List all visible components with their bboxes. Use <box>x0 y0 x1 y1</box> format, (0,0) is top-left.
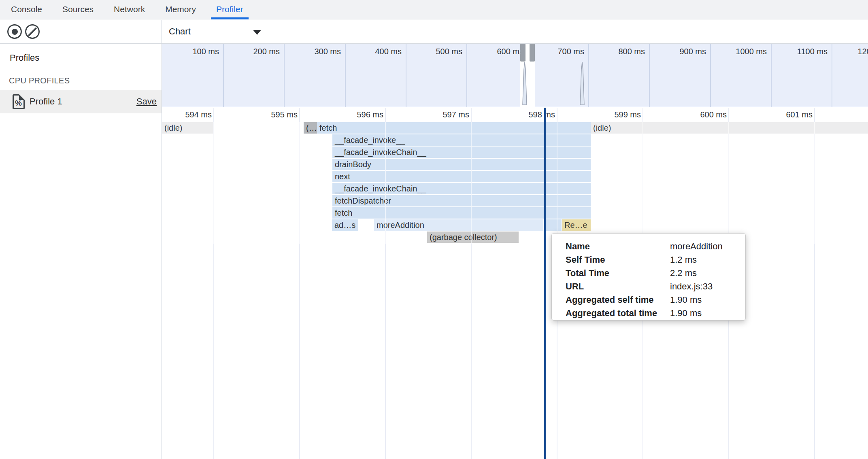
tooltip-value: moreAddition <box>670 240 723 253</box>
clear-icon[interactable] <box>25 24 40 39</box>
chevron-down-icon[interactable] <box>253 30 261 35</box>
flame-bar-idle[interactable]: (idle) <box>591 122 868 134</box>
profile-document-icon <box>13 94 25 109</box>
tooltip-row: Aggregated self time1.90 ms <box>552 293 745 306</box>
tooltip-row: NamemoreAddition <box>552 240 745 253</box>
selection-handle-left[interactable] <box>520 44 525 62</box>
cpu-activity-spike <box>521 62 528 107</box>
tab-console[interactable]: Console <box>6 0 47 19</box>
view-mode-select[interactable]: Chart <box>169 20 191 43</box>
profiler-view-toolbar: Chart <box>162 20 868 44</box>
profiler-panel: ConsoleSourcesNetworkMemoryProfiler Char… <box>0 0 868 459</box>
tooltip-value: 2.2 ms <box>670 266 697 280</box>
devtools-tab-bar: ConsoleSourcesNetworkMemoryProfiler <box>0 0 868 19</box>
flame-bar-frame[interactable] <box>546 219 562 231</box>
flame-bar-idle[interactable]: (idle) <box>162 122 213 134</box>
flame-bar-facadeinvokechain[interactable]: __facade_invokeChain__ <box>332 147 591 158</box>
flame-bar-fetch[interactable]: fetch <box>332 207 591 219</box>
flame-bar-fetchdispatcher[interactable]: fetchDispatcher <box>332 195 591 206</box>
detail-gridline-overlay <box>642 122 643 244</box>
profile-name: Profile 1 <box>30 90 62 113</box>
record-icon[interactable] <box>7 24 22 39</box>
detail-gridline-overlay <box>728 122 729 244</box>
ruler-tick-label: 595 ms <box>215 110 298 119</box>
flame-bar-facadeinvokechain[interactable]: __facade_invokeChain__ <box>332 183 591 194</box>
flame-chart-pane: 100 ms200 ms300 ms400 ms500 ms600 ms700 … <box>162 44 868 459</box>
ruler-tick-label: 601 ms <box>730 110 813 119</box>
ruler-tick-label: 594 ms <box>162 110 212 119</box>
tooltip-label: URL <box>566 280 584 293</box>
frame-tooltip: NamemoreAdditionSelf Time1.2 msTotal Tim… <box>551 233 746 321</box>
flame-bar-fetch[interactable]: fetch <box>317 122 591 134</box>
detail-gridline-overlay <box>385 122 386 244</box>
flame-bar-drainbody[interactable]: drainBody <box>332 159 591 170</box>
tooltip-label: Name <box>566 240 590 253</box>
profiler-sidebar-toolbar <box>0 20 162 44</box>
profiles-title: Profiles <box>10 53 39 63</box>
tooltip-value: index.js:33 <box>670 280 713 293</box>
ruler-tick-label: 596 ms <box>300 110 383 119</box>
flame-bar-moreaddition[interactable]: moreAddition <box>374 219 543 231</box>
tooltip-value: 1.90 ms <box>670 306 702 320</box>
overview-tick-label: 1200 ms <box>806 47 868 56</box>
ruler-tick-label: 599 ms <box>558 110 641 119</box>
save-profile-link[interactable]: Save <box>136 90 157 113</box>
tooltip-value: 1.90 ms <box>670 293 702 306</box>
tooltip-value: 1.2 ms <box>670 253 697 266</box>
tooltip-label: Aggregated self time <box>566 293 654 306</box>
tab-network[interactable]: Network <box>108 0 150 19</box>
selection-handle-right[interactable] <box>530 44 535 62</box>
flame-bar-next[interactable]: next <box>332 171 591 182</box>
detail-gridline-overlay <box>814 122 815 244</box>
detail-gridline-overlay <box>471 122 472 244</box>
cpu-profiles-section-title: CPU PROFILES <box>9 76 70 85</box>
tooltip-label: Total Time <box>566 266 609 280</box>
detail-gridline-overlay <box>213 122 214 244</box>
playhead-line[interactable] <box>544 108 546 459</box>
flame-bar-frame[interactable]: (… <box>304 122 317 134</box>
tab-memory[interactable]: Memory <box>160 0 201 19</box>
tab-profiler[interactable]: Profiler <box>211 0 249 19</box>
cpu-activity-spike <box>579 62 585 107</box>
tooltip-row: Aggregated total time1.90 ms <box>552 306 745 320</box>
flame-bar-ads[interactable]: ad…s <box>332 219 358 231</box>
tooltip-row: URLindex.js:33 <box>552 280 745 293</box>
profiles-sidebar: Profiles CPU PROFILES Profile 1 Save <box>0 44 162 459</box>
tab-sources[interactable]: Sources <box>57 0 99 19</box>
flame-bar-ree[interactable]: Re…e <box>562 219 591 231</box>
flame-bar-garbagecollector[interactable]: (garbage collector) <box>427 232 519 243</box>
tooltip-row: Total Time2.2 ms <box>552 266 745 280</box>
ruler-tick-label: 597 ms <box>386 110 469 119</box>
tooltip-label: Self Time <box>566 253 605 266</box>
detail-gridline-overlay <box>299 122 300 244</box>
tooltip-row: Self Time1.2 ms <box>552 253 745 266</box>
ruler-tick-label: 600 ms <box>644 110 727 119</box>
sidebar-item-profile-1[interactable]: Profile 1 Save <box>0 90 162 113</box>
detail-gridline-overlay <box>557 122 557 244</box>
timeline-overview[interactable]: 100 ms200 ms300 ms400 ms500 ms600 ms700 … <box>162 44 868 107</box>
tooltip-label: Aggregated total time <box>566 306 657 320</box>
ruler-tick-label: 598 ms <box>472 110 555 119</box>
flame-bar-facadeinvoke[interactable]: __facade_invoke__ <box>332 134 591 146</box>
